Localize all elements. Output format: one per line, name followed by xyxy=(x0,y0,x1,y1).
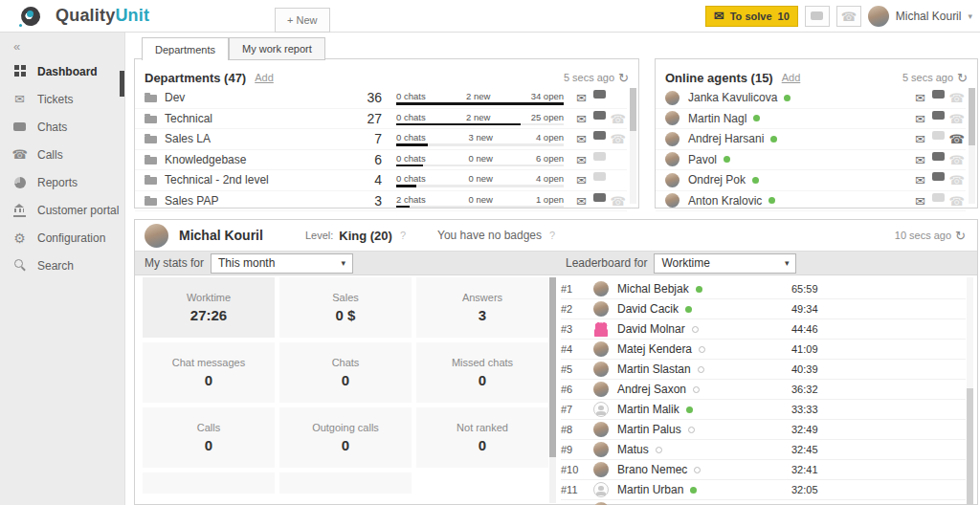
leaderboard-metric-select[interactable]: Worktime ▾ xyxy=(654,253,796,274)
sidebar-item-search[interactable]: Search xyxy=(0,252,124,279)
department-row[interactable]: Dev 36 0 chats 2 new 34 open xyxy=(135,88,627,109)
mail-icon[interactable] xyxy=(915,90,925,105)
mail-icon[interactable] xyxy=(915,111,925,126)
header-chat-button[interactable] xyxy=(805,6,830,27)
chat-bubble-icon[interactable] xyxy=(932,172,945,181)
phone-icon[interactable] xyxy=(948,131,964,146)
avatar xyxy=(593,442,609,457)
profile-updated: 10 secs ago xyxy=(895,230,951,241)
qualityunit-logo[interactable]: QualityUnit xyxy=(0,6,149,27)
leaderboard-rank: #2 xyxy=(561,303,593,315)
chat-bubble-icon[interactable] xyxy=(593,90,606,99)
leaderboard-row: #3 David Molnar 44:46 xyxy=(561,319,966,340)
to-solve-badge[interactable]: To solve 10 xyxy=(705,6,798,27)
add-agent-link[interactable]: Add xyxy=(782,72,801,83)
mail-icon[interactable] xyxy=(576,193,587,209)
mail-icon[interactable] xyxy=(576,131,587,146)
chats-bubble-icon xyxy=(12,122,27,131)
department-row[interactable]: Sales PAP 3 2 chats 0 new 1 open xyxy=(135,191,627,212)
leaderboard-name: Martin Malik xyxy=(617,403,679,416)
status-dot xyxy=(770,136,777,143)
header-phone-button[interactable] xyxy=(836,6,861,27)
mail-icon xyxy=(714,10,724,22)
customer-portal-bank-icon xyxy=(12,204,27,217)
agent-row[interactable]: Anton Kralovic xyxy=(656,191,966,212)
collapse-sidebar-button[interactable]: « xyxy=(0,32,124,57)
departments-panel: Departments (47) Add 5 secs ago Dev 36 0… xyxy=(134,58,639,209)
department-stats: 0 chats 2 new 25 open xyxy=(396,112,564,126)
department-row[interactable]: Sales LA 7 0 chats 3 new 4 open xyxy=(135,129,627,150)
agent-row[interactable]: Martin Nagl xyxy=(656,109,966,130)
departments-scrollbar[interactable] xyxy=(630,88,636,204)
agent-name: Pavol xyxy=(688,153,717,166)
chat-bubble-icon[interactable] xyxy=(593,131,606,140)
stats-period-select[interactable]: This month ▾ xyxy=(211,253,353,274)
chat-bubble-icon[interactable] xyxy=(932,111,945,120)
leaderboard-row: #10 Brano Nemec 32:41 xyxy=(561,460,966,480)
mail-icon[interactable] xyxy=(915,193,925,209)
status-dot xyxy=(696,286,702,293)
stats-scrollbar[interactable] xyxy=(549,277,556,503)
leaderboard-rank: #5 xyxy=(561,363,593,375)
sidebar-item-tickets[interactable]: Tickets xyxy=(0,85,124,113)
tab-my-work-report[interactable]: My work report xyxy=(229,37,325,60)
mail-icon[interactable] xyxy=(915,152,925,167)
user-menu[interactable]: Michal Kouril ▾ xyxy=(868,6,972,27)
reports-pie-icon xyxy=(12,177,27,188)
sidebar-item-customer-portal[interactable]: Customer portal xyxy=(0,196,124,224)
chat-bubble-icon[interactable] xyxy=(593,193,606,202)
level-help-icon[interactable]: ? xyxy=(400,230,406,241)
department-stats: 0 chats 2 new 34 open xyxy=(396,91,564,105)
folder-icon xyxy=(145,198,157,206)
agent-row[interactable]: Pavol xyxy=(656,150,966,171)
agent-row[interactable]: Janka Kavulicova xyxy=(656,88,966,109)
leaderboard-row: #1 Michal Bebjak 65:59 xyxy=(561,279,966,299)
stat-cell-sales: Sales 0 $ xyxy=(279,277,412,338)
mail-icon[interactable] xyxy=(915,172,925,187)
mail-icon[interactable] xyxy=(576,90,587,105)
new-ticket-tab[interactable]: + New xyxy=(275,8,330,33)
stat-cell-chats: Chats 0 xyxy=(279,342,412,403)
agent-row[interactable]: Ondrej Pok xyxy=(656,170,966,191)
mail-icon[interactable] xyxy=(576,152,587,167)
department-name: Technical xyxy=(165,112,357,125)
avatar xyxy=(593,362,609,377)
chat-bubble-icon[interactable] xyxy=(932,90,945,99)
chat-bubble-icon xyxy=(932,193,945,202)
department-count: 7 xyxy=(357,131,382,146)
chat-bubble-icon[interactable] xyxy=(593,111,606,120)
refresh-icon[interactable] xyxy=(957,72,968,84)
open-count-label: 6 open xyxy=(536,153,564,164)
chat-bubble-icon[interactable] xyxy=(932,152,945,161)
phone-icon xyxy=(948,193,964,209)
sidebar-item-chats[interactable]: Chats xyxy=(0,113,124,141)
department-row[interactable]: Technical 27 0 chats 2 new 25 open xyxy=(135,109,627,130)
stats-for-label: My stats for xyxy=(145,256,204,270)
stat-cell-answers: Answers 3 xyxy=(416,277,548,338)
new-count-label: 0 new xyxy=(469,173,493,184)
mail-icon[interactable] xyxy=(576,172,587,187)
sidebar-item-dashboard[interactable]: Dashboard xyxy=(0,57,124,85)
stat-cell-partial xyxy=(279,472,412,494)
sidebar-item-reports[interactable]: Reports xyxy=(0,168,124,196)
department-row[interactable]: Technical - 2nd level 4 0 chats 0 new 4 … xyxy=(135,170,627,191)
avatar xyxy=(593,382,609,397)
agents-scrollbar[interactable] xyxy=(969,88,975,204)
sidebar-item-calls[interactable]: Calls xyxy=(0,141,124,168)
leaderboard-row: #4 Matej Kendera 41:09 xyxy=(561,340,966,360)
add-department-link[interactable]: Add xyxy=(255,72,274,83)
mail-icon[interactable] xyxy=(915,131,925,146)
refresh-icon[interactable] xyxy=(955,230,966,242)
sidebar-item-configuration[interactable]: Configuration xyxy=(0,224,124,252)
mail-icon[interactable] xyxy=(576,111,587,126)
department-row[interactable]: Knowledgebase 6 0 chats 0 new 6 open xyxy=(135,150,627,171)
leaderboard-scrollbar[interactable] xyxy=(967,277,973,505)
load-bar xyxy=(396,123,564,126)
refresh-icon[interactable] xyxy=(618,72,629,84)
tab-departments[interactable]: Departments xyxy=(142,37,229,60)
badges-help-icon[interactable]: ? xyxy=(549,230,555,241)
stat-value: 0 xyxy=(205,372,212,388)
agent-row[interactable]: Andrej Harsani xyxy=(656,129,966,150)
sidebar-item-label: Search xyxy=(37,259,74,273)
leaderboard-rank: #7 xyxy=(561,404,593,415)
